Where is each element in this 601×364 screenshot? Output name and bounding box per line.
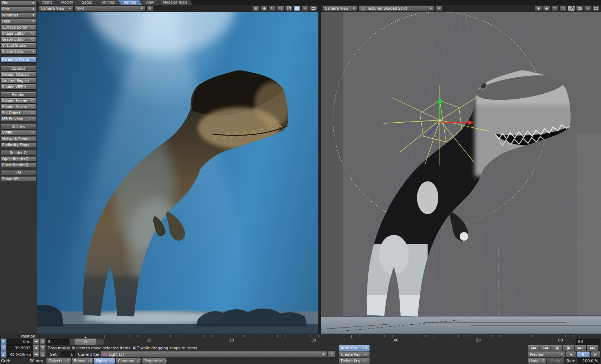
current-item-dropdown[interactable]: Light (3) ▼ <box>101 351 327 358</box>
delete-key-button[interactable]: Delete Keydel <box>339 358 370 364</box>
menu-file[interactable]: File▼ <box>1 1 36 6</box>
virtual-studio-button[interactable]: Virtual Studio <box>1 43 36 48</box>
x-axis-button[interactable]: X <box>1 339 6 345</box>
tab-items[interactable]: Items <box>36 0 58 5</box>
x-value-field[interactable]: 0 m <box>7 339 33 345</box>
go-to-end-button[interactable]: ▶▶| <box>587 345 598 351</box>
objects-mode-button[interactable]: Objects+O <box>47 358 71 364</box>
x-envelope-button[interactable]: E <box>40 339 45 345</box>
current-item-label: Current Item <box>78 351 102 358</box>
redo-button[interactable]: Redo <box>547 358 564 364</box>
pause-button[interactable]: || <box>577 351 590 358</box>
tab-setup[interactable]: Setup <box>76 0 98 5</box>
go-to-start-button[interactable]: |◀◀ <box>528 345 539 351</box>
z-envelope-button[interactable]: E <box>40 351 45 358</box>
end-frame-field[interactable]: 60 <box>576 339 600 345</box>
create-key-button[interactable]: Create Keyret <box>339 351 370 358</box>
auto-key-button[interactable]: Auto Key+F1 <box>339 345 370 351</box>
z-spinner[interactable]: ◀▶ <box>33 351 39 358</box>
zoom-tool-icon[interactable] <box>277 6 284 11</box>
left-view-type-dropdown[interactable]: Camera View▼ <box>39 6 73 11</box>
maximize-viewport-icon[interactable] <box>285 6 292 11</box>
play-reverse-button[interactable]: ◀ <box>566 351 576 358</box>
right-viewport-options-dropdown[interactable]: ▼ <box>436 6 442 11</box>
left-toolbar: File▼ Edit▼ Windows▼ Help▼ Surface Edito… <box>0 0 37 334</box>
z-value-field[interactable]: -65.0419mm <box>7 351 33 358</box>
limited-region-button[interactable]: Limited Regionl <box>1 78 36 83</box>
rotate-tool-icon[interactable]: ↻ <box>552 6 558 11</box>
surface-editor-button[interactable]: Surface EditorF5 <box>1 25 36 30</box>
frame-slider-track[interactable]: 0 <box>70 339 104 345</box>
tab-render[interactable]: Render <box>118 0 142 5</box>
menu-edit[interactable]: Edit▼ <box>1 7 36 12</box>
tab-view[interactable]: View <box>140 0 160 5</box>
move-tool-icon[interactable]: ⊕ <box>535 6 542 11</box>
button-label: Undo <box>529 358 538 364</box>
pan-tool-icon[interactable] <box>543 6 550 11</box>
x-spinner[interactable]: ◀▶ <box>33 339 39 345</box>
radiosity-flags-button[interactable]: Radiosity Flags <box>1 143 36 148</box>
list-icon[interactable]: ≡ <box>585 6 591 11</box>
left-viewport-options-dropdown[interactable]: ▼ <box>147 6 153 11</box>
menu-help[interactable]: Help▼ <box>1 19 36 24</box>
smart-ibl-button[interactable]: Smart IBL <box>1 177 36 182</box>
render-scene-button[interactable]: Render SceneF10 <box>1 104 36 109</box>
tab-modeler-tools[interactable]: Modeler Tools <box>157 0 193 5</box>
camera-icon[interactable] <box>294 6 300 11</box>
shortcut: l <box>33 78 34 83</box>
step-forward-button[interactable]: ||▶ <box>563 345 574 351</box>
network-render-button[interactable]: Network Render <box>1 137 36 142</box>
move-tool-icon[interactable]: ⊕ <box>253 6 259 11</box>
image-editor-button[interactable]: Image EditorF6 <box>1 31 36 36</box>
y-envelope-button[interactable]: E <box>40 345 45 351</box>
camera-icon[interactable] <box>576 6 583 11</box>
right-render-mode-dropdown[interactable]: TTextured Shaded Solid▼ <box>359 6 434 11</box>
step-back-button[interactable]: ◀|| <box>551 345 562 351</box>
tab-modify[interactable]: Modify <box>55 0 79 5</box>
y-spinner[interactable]: ◀▶ <box>33 345 39 351</box>
item-properties-toggle[interactable]: ▯ <box>328 351 335 358</box>
lights-mode-button[interactable]: Lights+L <box>94 358 115 364</box>
maximize-viewport-icon[interactable] <box>568 6 575 11</box>
next-keyframe-button[interactable]: ▶▶+ <box>575 345 586 351</box>
render-globals-button[interactable]: Render Globals <box>1 72 36 77</box>
left-viewport-vpr[interactable] <box>37 12 318 334</box>
close-renderq-button[interactable]: Close RenderQ <box>1 163 36 168</box>
menu-windows[interactable]: Windows▼ <box>1 13 36 18</box>
rate-value-field[interactable]: 100.0 % <box>578 358 600 364</box>
cameras-mode-button[interactable]: Cameras+C <box>116 358 140 364</box>
current-frame-field[interactable]: 0 <box>45 339 69 345</box>
film-icon[interactable] <box>310 6 317 11</box>
scene-editor-button[interactable]: Scene Editor▼ <box>1 49 36 54</box>
film-icon[interactable] <box>593 6 599 11</box>
zoom-tool-icon[interactable] <box>560 6 566 11</box>
properties-button[interactable]: Propertiesp <box>142 358 166 364</box>
preview-dropdown[interactable]: Preview▼ <box>528 351 565 358</box>
y-value-field[interactable]: 39.9992 mm <box>7 345 33 351</box>
play-button[interactable]: ▶ <box>591 351 600 358</box>
frame-slider-handle[interactable]: 0 <box>75 339 96 345</box>
sel-object-button[interactable]: Sel ObjectF11 <box>1 110 36 115</box>
rotate-tool-icon[interactable]: ↻ <box>269 6 275 11</box>
open-renderq-button[interactable]: Open RenderQ <box>1 157 36 162</box>
z-axis-button[interactable]: Z <box>1 351 6 358</box>
sel-count-field[interactable]: 1 <box>61 351 75 358</box>
parent-in-place-button[interactable]: Parent in Place <box>1 57 36 62</box>
bones-mode-button[interactable]: Bones+B <box>72 358 93 364</box>
prev-keyframe-button[interactable]: +◀◀ <box>539 345 551 351</box>
viper-button[interactable]: VIPERF7 <box>1 131 36 136</box>
right-viewport-shaded[interactable] <box>321 12 601 334</box>
enable-viper-button[interactable]: Enable VIPER <box>1 84 36 89</box>
left-render-mode-dropdown[interactable]: VPR▼ <box>75 6 145 11</box>
graph-editor-button[interactable]: Graph Editor^F2 <box>1 37 36 42</box>
pan-tool-icon[interactable] <box>261 6 267 11</box>
y-axis-button[interactable]: Y <box>1 345 6 351</box>
timeline-ruler[interactable]: 10 20 30 40 50 60 <box>104 335 575 344</box>
undo-button[interactable]: Undo^Z <box>528 358 546 364</box>
mb-preview-button[interactable]: MB Preview+F9 <box>1 117 36 122</box>
right-view-type-dropdown[interactable]: Camera View▼ <box>323 6 357 11</box>
tab-utilities[interactable]: Utilities <box>96 0 121 5</box>
render-frame-button[interactable]: Render FrameF9 <box>1 98 36 103</box>
list-icon[interactable]: ≡ <box>302 6 308 11</box>
shortcut: +F1 <box>361 345 367 351</box>
